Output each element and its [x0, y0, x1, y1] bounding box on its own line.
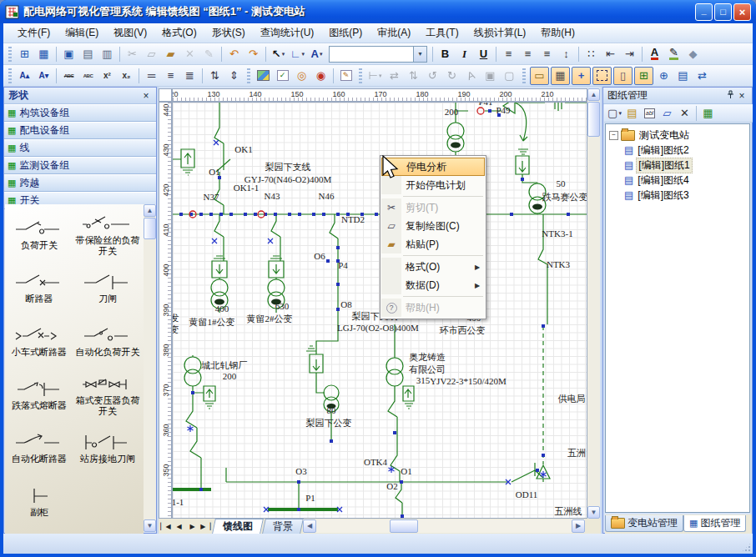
row-dec-button[interactable]: ⇕ — [225, 68, 243, 84]
menu-item-7[interactable]: 图纸(P) — [321, 23, 370, 43]
scroll-left-icon[interactable]: ◀ — [303, 519, 316, 533]
shape-group-2[interactable]: ▦配电设备组 — [4, 122, 156, 139]
sheet-tab-1[interactable]: 馈线图 — [212, 519, 264, 534]
glue-button[interactable]: ⊞ — [634, 67, 653, 85]
paste-button[interactable]: ▰ — [162, 46, 179, 63]
indent-button[interactable]: ⇥ — [621, 46, 638, 63]
page-breaks-button[interactable]: ▯ — [613, 67, 633, 85]
canvas-horizontal-scrollbar[interactable]: ◀ ▶ — [303, 519, 585, 533]
context-menu-item-8[interactable]: 格式(O)▶ — [381, 258, 485, 276]
stencil-item-4[interactable]: 刀闸 — [73, 261, 142, 314]
selection-button[interactable] — [592, 67, 612, 85]
undo-button[interactable]: ↶ — [225, 46, 243, 63]
toolbar-grip[interactable] — [522, 68, 526, 83]
stamp-button[interactable]: ◉ — [312, 68, 330, 84]
resize-grip[interactable] — [741, 542, 752, 553]
open-sheet-button[interactable]: ▤ — [624, 105, 640, 122]
nav-next-icon[interactable]: ▶ — [186, 520, 199, 533]
strike-button[interactable]: ABC — [60, 68, 78, 84]
font-combo-input[interactable] — [330, 48, 413, 60]
tree-item-4[interactable]: ▤[编辑]图纸3 — [606, 188, 749, 203]
pointer-tool-button[interactable]: ↖▾ — [270, 46, 287, 63]
scroll-up-icon[interactable]: ▲ — [587, 88, 600, 101]
menu-item-11[interactable]: 帮助(H) — [533, 23, 582, 43]
zoom-button[interactable]: ⊕ — [655, 68, 673, 84]
toolbar-grip[interactable] — [8, 68, 12, 83]
menu-item-1[interactable]: 文件(F) — [10, 23, 58, 43]
context-menu-item-6[interactable]: ▰粘贴(P) — [381, 235, 485, 253]
stencil-item-5[interactable]: 小车式断路器 — [5, 314, 73, 368]
superscript-button[interactable]: x² — [98, 68, 116, 84]
bold-button[interactable]: B — [436, 46, 454, 63]
nav-prev-icon[interactable]: ◀ — [173, 520, 185, 533]
tree-root[interactable]: −测试变电站 — [606, 128, 749, 143]
guides-button[interactable]: + — [572, 67, 591, 85]
menu-item-9[interactable]: 工具(T) — [418, 23, 466, 43]
shape-group-1[interactable]: ▦构筑设备组 — [4, 104, 156, 122]
align-center-button[interactable]: ≡ — [519, 46, 537, 63]
print-preview-button[interactable]: ▤ — [79, 46, 97, 63]
font-color-button[interactable]: A — [646, 46, 663, 63]
minimize-button[interactable]: _ — [695, 3, 713, 21]
edit-note-button[interactable]: ✎ — [337, 68, 355, 84]
stencil-scrollbar[interactable]: ▲ ▼ — [144, 204, 156, 532]
save-button[interactable]: ▣ — [60, 46, 78, 63]
underline-button[interactable]: U — [475, 46, 492, 63]
check-diagram-button[interactable]: ✓ — [274, 68, 291, 84]
ruler-button[interactable]: ▭ — [530, 67, 549, 85]
stencil-item-6[interactable]: 自动化负荷开关 — [73, 314, 142, 368]
maximize-button[interactable]: □ — [714, 3, 732, 21]
export-image-button[interactable]: ▦ — [700, 105, 716, 122]
align-right-button[interactable]: ≡ — [538, 46, 556, 63]
align-left-button[interactable]: ≡ — [500, 46, 517, 63]
sheet-tab-2[interactable]: 背景 — [262, 519, 304, 534]
font-down-button[interactable]: A▾ — [35, 68, 53, 84]
scroll-up-icon[interactable]: ▲ — [144, 204, 156, 217]
font-up-button[interactable]: A▴ — [16, 68, 33, 84]
stencil-item-1[interactable]: 负荷开关 — [5, 208, 73, 261]
tree-item-3[interactable]: ▤[编辑]图纸4 — [606, 173, 749, 188]
connection-points-button[interactable]: ⇄ — [693, 68, 711, 84]
scrollbar-thumb[interactable] — [587, 102, 600, 137]
new-sheet-button[interactable]: ▢▾ — [607, 105, 622, 122]
scroll-down-icon[interactable]: ▼ — [587, 506, 600, 519]
stencil-item-8[interactable]: 箱式变压器负荷开关 — [73, 368, 142, 421]
vertical-text-button[interactable]: ↕ — [557, 46, 575, 63]
menu-item-3[interactable]: 视图(V) — [106, 23, 154, 43]
subscript-button[interactable]: x₂ — [118, 68, 135, 84]
delete-sheet-button[interactable]: ✕ — [677, 105, 693, 122]
text-tool-button[interactable]: A▾ — [308, 46, 325, 63]
abc-button[interactable]: ABC — [79, 68, 97, 84]
shapes-panel-close-icon[interactable]: × — [140, 90, 152, 102]
properties-button[interactable]: ▤ — [674, 68, 692, 84]
scrollbar-thumb[interactable] — [390, 519, 418, 533]
combo-dropdown-icon[interactable]: ▾ — [413, 47, 426, 62]
bullets-button[interactable]: ∷ — [582, 46, 600, 63]
menu-item-2[interactable]: 编辑(E) — [58, 23, 106, 43]
shape-group-5[interactable]: ▦跨越 — [4, 174, 156, 192]
outdent-button[interactable]: ⇤ — [602, 46, 619, 63]
context-menu-item-9[interactable]: 数据(D)▶ — [381, 276, 485, 294]
find-drawing-button[interactable]: ◎ — [293, 68, 310, 84]
spacing-15-button[interactable]: ≡ — [162, 68, 179, 84]
panel-tab-2[interactable]: ▦图纸管理 — [683, 515, 746, 532]
stencil-item-3[interactable]: 断路器 — [5, 261, 73, 314]
grid-button[interactable]: ▦ — [551, 67, 570, 85]
canvas-vertical-scrollbar[interactable]: ▲ ▼ — [587, 88, 600, 519]
spacing-1-button[interactable]: ═ — [143, 68, 160, 84]
scroll-down-icon[interactable]: ▼ — [144, 519, 156, 532]
fill-color-button[interactable]: ◆ — [684, 46, 702, 63]
scrollbar-thumb[interactable] — [144, 218, 156, 239]
menu-item-4[interactable]: 格式(O) — [154, 23, 204, 43]
insert-picture-button[interactable] — [255, 68, 272, 84]
shape-group-4[interactable]: ▦监测设备组 — [4, 157, 156, 174]
tree-item-2[interactable]: ▤[编辑]图纸1 — [606, 158, 749, 173]
menu-item-6[interactable]: 查询统计(U) — [253, 23, 322, 43]
stencil-item-7[interactable]: 跌落式熔断器 — [5, 368, 73, 421]
nav-last-icon[interactable]: ▶▕ — [199, 520, 212, 533]
connector-tool-button[interactable]: ∟▾ — [289, 46, 306, 63]
print-button[interactable]: ▥ — [98, 46, 116, 63]
close-button[interactable]: × — [733, 3, 751, 21]
stencil-item-11[interactable]: 副柜 — [5, 474, 73, 528]
menu-item-10[interactable]: 线损计算(L) — [466, 23, 534, 43]
